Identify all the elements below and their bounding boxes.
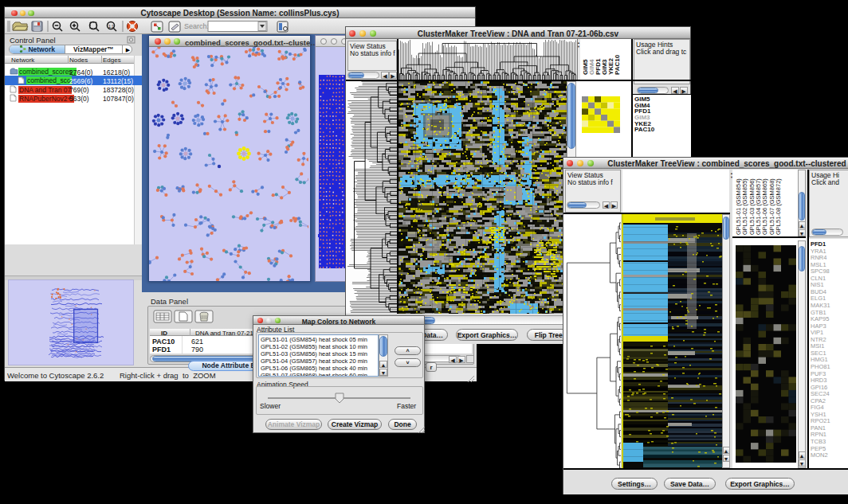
svg-text:1:1: 1:1 bbox=[108, 24, 114, 29]
svg-text:Search:: Search: bbox=[184, 22, 209, 30]
